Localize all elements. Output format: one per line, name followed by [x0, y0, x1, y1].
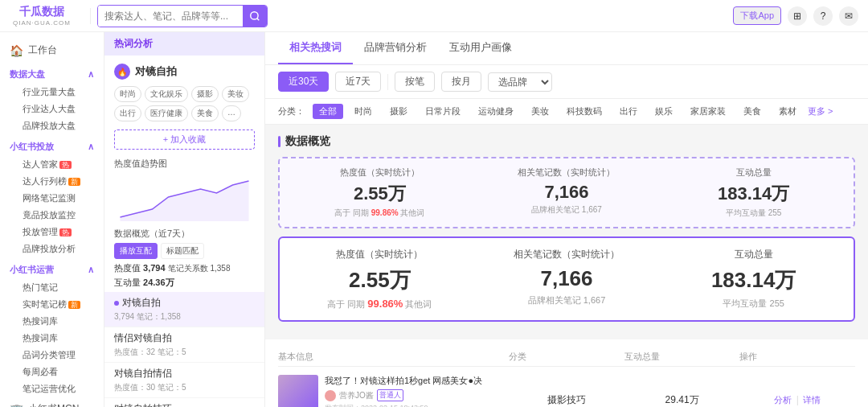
sidebar-sub-hot-notes[interactable]: 热门笔记 [0, 279, 104, 296]
sidebar-item-mcn[interactable]: 🏢 小红书MCN [0, 397, 104, 407]
sidebar-sub-kol[interactable]: 行业达人大盘 [0, 101, 104, 117]
cat-home[interactable]: 家居家装 [684, 104, 732, 119]
category-label: 分类： [278, 105, 305, 117]
data-tabs: 播放互配 标题匹配 [114, 243, 255, 259]
sidebar-sub-kol-rank[interactable]: 达人行列榜新 [0, 173, 104, 190]
kw-item-2[interactable]: 对镜自拍情侣 热度值：30 笔记：5 [104, 363, 264, 398]
data-tab-title[interactable]: 标题匹配 [161, 243, 204, 259]
data-tab-broadcast[interactable]: 播放互配 [114, 243, 158, 259]
sidebar-sub-competitor[interactable]: 竟品投放监控 [0, 207, 104, 224]
tag-photo[interactable]: 摄影 [191, 86, 219, 102]
filter-30days[interactable]: 近30天 [278, 72, 329, 92]
search-button[interactable] [243, 6, 267, 27]
kw-item-1[interactable]: 情侣对镜自拍 热度值：32 笔记：5 [104, 327, 264, 363]
cat-beauty[interactable]: 美妆 [525, 104, 555, 119]
cat-entertainment[interactable]: 娱乐 [649, 104, 679, 119]
stat-label-interact: 互动总量 [663, 166, 844, 179]
mini-stat-notes-label: 笔记关系数 [168, 264, 211, 273]
sidebar-item-workspace[interactable]: 🏠 工作台 [0, 39, 104, 62]
filter-by-month[interactable]: 按月 [441, 72, 481, 92]
kw-meta-2: 热度值：30 笔记：5 [114, 382, 255, 393]
stat-label-heat: 热度值（实时统计） [289, 166, 470, 179]
cat-photo[interactable]: 摄影 [383, 104, 414, 119]
filter-7days[interactable]: 近7天 [335, 72, 381, 92]
stat-card-interact-dashed: 互动总量 183.14万 平均互动量 255 [663, 166, 844, 219]
sidebar-sub-industry[interactable]: 行业元量大盘 [0, 84, 104, 101]
post-info: 我怼了！对镜这样拍1秒get 网感美女●决 营养JO酱 普通人 发布时间：202… [278, 375, 509, 407]
grid-icon[interactable]: ⊞ [788, 6, 807, 26]
sidebar-sub-kol-manager[interactable]: 达人管家热 [0, 156, 104, 173]
search-input[interactable] [98, 6, 243, 27]
right-panel: 相关热搜词 品牌营销分析 互动用户画像 近30天 近7天 按笔 按月 选品牌 分… [265, 32, 868, 407]
tag-health[interactable]: 医疗健康 [145, 105, 188, 121]
cat-food[interactable]: 美食 [737, 104, 768, 119]
main-stat-notes-label: 相关笔记数（实时统计） [477, 248, 657, 261]
category-row: 分类： 全部 时尚 摄影 日常片段 运动健身 美妆 科技数码 出行 娱乐 家居家… [265, 99, 868, 125]
cat-material[interactable]: 素材 [772, 104, 803, 119]
action-detail[interactable]: 详情 [803, 395, 821, 405]
stat-sub-heat: 高于 同期 99.86% 其他词 [289, 208, 470, 219]
stat-value-notes: 7,166 [477, 182, 657, 203]
tab-related-search[interactable]: 相关热搜词 [278, 32, 353, 64]
sidebar-sub-category[interactable]: 品词分类管理 [0, 347, 104, 364]
tab-user-portrait[interactable]: 互动用户画像 [438, 32, 523, 64]
kw-item-3[interactable]: 对镜自拍技巧 热度值：26 笔记：8 [104, 398, 264, 407]
download-app-button[interactable]: 下载App [733, 6, 781, 25]
sidebar-section-ad[interactable]: 小红书投放 ∧ [0, 138, 104, 156]
post-thumbnail [278, 375, 318, 407]
stat-value-interact: 183.14万 [663, 182, 844, 206]
hot-icon: 🔥 [114, 64, 130, 80]
svg-point-0 [251, 11, 258, 18]
th-interaction: 互动总量 [624, 351, 740, 363]
sidebar-sub-brand-put[interactable]: 品牌投放大盘 [0, 117, 104, 134]
kw-item-0[interactable]: 对镜自拍 3,794 笔记：1,358 [104, 292, 264, 327]
filter-separator [387, 74, 388, 90]
data-overview-mini: 数据概览（近7天） 播放互配 标题匹配 热度值 3,794 笔记关系数 1,35… [104, 224, 264, 292]
sidebar-sub-weekly[interactable]: 每周必看 [0, 364, 104, 380]
main-stat-heat-label: 热度值（实时统计） [289, 248, 470, 261]
help-icon[interactable]: ? [813, 6, 833, 26]
sidebar: 🏠 工作台 数据大盘 ∧ 行业元量大盘 行业达人大盘 品牌投放大盘 小红书投放 … [0, 32, 104, 407]
sidebar-sub-note-monitor[interactable]: 网络笔记监测 [0, 190, 104, 207]
tag-more[interactable]: … [222, 105, 241, 121]
action-separator: | [796, 394, 799, 405]
more-categories-btn[interactable]: 更多 > [808, 105, 833, 117]
tag-travel[interactable]: 出行 [114, 105, 141, 121]
cat-daily[interactable]: 日常片段 [419, 104, 467, 119]
th-basic: 基本信息 [278, 351, 509, 363]
brand-select[interactable]: 选品牌 [488, 72, 552, 92]
th-action: 操作 [739, 351, 855, 363]
top-navigation: 千瓜数据 QIAN·GUA.COM 下载App ⊞ ? ✉ [0, 0, 868, 32]
tab-brand-analysis[interactable]: 品牌营销分析 [353, 32, 438, 64]
tag-beauty[interactable]: 美妆 [222, 86, 249, 102]
sidebar-section-data[interactable]: 数据大盘 ∧ [0, 65, 104, 84]
action-analyze[interactable]: 分析 [774, 395, 792, 405]
nav-right: 下载App ⊞ ? ✉ [733, 6, 858, 26]
tag-food[interactable]: 美食 [191, 105, 219, 121]
sidebar-sub-realtime-rank[interactable]: 实时笔记榜新 [0, 296, 104, 313]
post-author: 营养JO酱 普通人 [325, 389, 509, 401]
stat-card-notes-dashed: 相关笔记数（实时统计） 7,166 品牌相关笔记 1,667 [477, 166, 657, 219]
sidebar-sub-hot-search2[interactable]: 热搜词库 [0, 330, 104, 347]
filter-by-note[interactable]: 按笔 [395, 72, 435, 92]
tag-fashion[interactable]: 时尚 [114, 86, 141, 102]
cat-tech[interactable]: 科技数码 [560, 104, 608, 119]
badge-new2: 新 [68, 301, 80, 309]
sidebar-section-ops[interactable]: 小红书运营 ∧ [0, 261, 104, 279]
post-date1: 发布时间：2022-02-15 18:43:59 [325, 403, 509, 407]
cat-fashion[interactable]: 时尚 [348, 104, 379, 119]
main-stat-interact: 互动总量 183.14万 平均互动量 255 [663, 248, 844, 310]
sidebar-sub-brand-analysis[interactable]: 品牌投放分析 [0, 240, 104, 257]
sidebar-sub-hot-search[interactable]: 热搜词库 [0, 313, 104, 330]
add-to-favorites-button[interactable]: + 加入收藏 [114, 130, 255, 150]
cat-all[interactable]: 全部 [313, 104, 343, 119]
tag-culture[interactable]: 文化娱乐 [145, 86, 188, 102]
dot-0 [114, 301, 119, 306]
cat-sports[interactable]: 运动健身 [472, 104, 520, 119]
sidebar-sub-ad-mgmt[interactable]: 投放管理热 [0, 224, 104, 240]
mail-icon[interactable]: ✉ [839, 6, 858, 26]
main-area: 🏠 工作台 数据大盘 ∧ 行业元量大盘 行业达人大盘 品牌投放大盘 小红书投放 … [0, 32, 868, 407]
sidebar-sub-note-ops[interactable]: 笔记运营优化 [0, 380, 104, 397]
sidebar-ops-collapse-icon: ∧ [88, 265, 94, 275]
cat-travel[interactable]: 出行 [613, 104, 644, 119]
